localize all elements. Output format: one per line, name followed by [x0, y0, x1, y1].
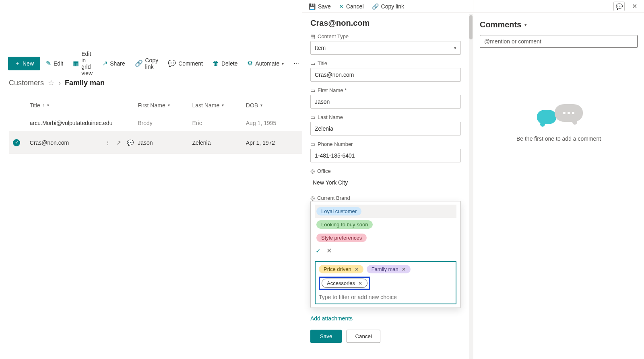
accept-icon[interactable]: ✓ [316, 247, 321, 254]
choice-filter-input[interactable] [319, 294, 452, 300]
new-button[interactable]: ＋ New [8, 57, 40, 70]
grid-icon: ▦ [73, 60, 79, 67]
choice-dropdown: Loyal customer Looking to buy soon Style… [310, 201, 461, 308]
grid-header: Title ↑ ▾ First Name▾ Last Name▾ DOB▾ [9, 96, 302, 114]
add-attachments-link[interactable]: Add attachments [310, 315, 461, 322]
close-icon: ✕ [339, 3, 344, 10]
remove-tag-icon[interactable]: ✕ [358, 281, 362, 286]
label-title: Title [318, 60, 327, 66]
save-button[interactable]: Save [310, 330, 342, 343]
comment-button[interactable]: 💬 Comment [164, 58, 207, 69]
choice-pill: Loyal customer [316, 207, 361, 215]
title-field[interactable]: Cras@non.com [310, 68, 461, 82]
panel-cancel-button[interactable]: ✕ Cancel [336, 2, 367, 11]
remove-tag-icon[interactable]: ✕ [402, 267, 406, 272]
content-type-select[interactable]: Item ▾ [310, 41, 461, 55]
text-icon: ▭ [310, 114, 315, 120]
chevron-down-icon: ▾ [47, 103, 49, 107]
first-name-field[interactable]: Jason [310, 95, 461, 109]
chevron-down-icon: ▾ [282, 62, 284, 66]
close-panel-icon[interactable]: ✕ [629, 2, 640, 11]
edit-button[interactable]: ✎ Edit [42, 58, 67, 69]
cell-dob: Aug 1, 1995 [246, 120, 302, 126]
bubble-icon [537, 110, 556, 124]
last-name-field[interactable]: Zelenia [310, 122, 461, 135]
row-selected-icon[interactable]: ✓ [13, 139, 20, 146]
copylink-button[interactable]: 🔗 Copy link [131, 55, 163, 72]
header-title[interactable]: Title ↑ ▾ [30, 102, 138, 109]
phone-field[interactable]: 1-481-185-6401 [310, 149, 461, 162]
header-first-name[interactable]: First Name▾ [138, 102, 192, 109]
new-label: New [23, 60, 34, 67]
bubble-icon [555, 104, 583, 122]
comment-input[interactable]: @mention or comment [480, 35, 638, 48]
detail-panel: 💾 Save ✕ Cancel 🔗 Copy link Cras@non.com… [302, 0, 473, 359]
label-phone: Phone Number [318, 141, 353, 147]
remove-tag-icon[interactable]: ✕ [355, 267, 359, 272]
scrollbar[interactable] [469, 14, 473, 359]
chevron-down-icon[interactable]: ▾ [524, 22, 527, 27]
label-current-brand: Current Brand [317, 195, 350, 201]
command-bar: ＋ New ✎ Edit ▦ Edit in grid view ↗ Share… [8, 48, 303, 79]
comments-panel: 💬 ✕ Comments ▾ @mention or comment Be th… [473, 0, 644, 359]
choice-pill: Style preferences [316, 234, 367, 242]
text-icon: ▭ [310, 60, 315, 66]
comments-empty-state: Be the first one to add a comment [480, 104, 638, 142]
header-last-name[interactable]: Last Name▾ [192, 102, 246, 109]
panel-title: Cras@non.com [310, 18, 461, 28]
choice-option[interactable]: Looking to buy soon [315, 218, 456, 231]
choice-option[interactable]: Loyal customer [315, 205, 456, 218]
panel-copylink-button[interactable]: 🔗 Copy link [369, 2, 408, 11]
cell-first: Jason [138, 139, 192, 146]
scrollbar-thumb[interactable] [469, 15, 473, 39]
plus-icon: ＋ [14, 60, 20, 67]
cell-first: Brody [138, 120, 192, 126]
comment-icon[interactable]: 💬 [127, 139, 134, 146]
chevron-down-icon: ▾ [222, 103, 224, 107]
cell-title: arcu.Morbi@vulputateduinec.edu [30, 120, 138, 126]
choice-option[interactable]: Style preferences [315, 231, 456, 244]
choice-icon: ◎ [310, 195, 315, 201]
save-icon: 💾 [309, 3, 316, 10]
choice-pill: Looking to buy soon [316, 220, 373, 229]
tag-accessories[interactable]: Accessories ✕ [322, 279, 367, 288]
delete-button[interactable]: 🗑 Delete [208, 58, 242, 69]
label-first-name: First Name * [318, 87, 347, 93]
text-icon: ▭ [310, 141, 315, 147]
automate-button[interactable]: ⚙ Automate ▾ [243, 58, 288, 69]
ellipsis-icon[interactable]: ⋮ [105, 139, 111, 146]
cell-last: Eric [192, 120, 246, 126]
table-row-selected[interactable]: ✓ Cras@non.com ⋮ ↗ 💬 Jason Zelenia Apr 1… [9, 132, 302, 154]
table-row[interactable]: arcu.Morbi@vulputateduinec.edu Brody Eri… [9, 114, 302, 132]
star-icon[interactable]: ☆ [48, 78, 54, 87]
office-field[interactable]: New York City [310, 176, 461, 189]
chevron-down-icon: ▾ [168, 103, 170, 107]
link-icon: 🔗 [372, 3, 379, 10]
choice-input[interactable]: Price driven ✕ Family man ✕ Accessories … [315, 261, 456, 304]
share-button[interactable]: ↗ Share [98, 58, 129, 69]
chevron-right-icon: › [58, 79, 61, 87]
comments-title: Comments ▾ [480, 20, 638, 29]
chevron-down-icon: ▾ [260, 103, 262, 107]
ellipsis-icon: ⋯ [293, 60, 299, 67]
overflow-button[interactable]: ⋯ [289, 58, 303, 69]
link-icon: 🔗 [135, 60, 143, 67]
cancel-button[interactable]: Cancel [347, 330, 380, 343]
highlighted-tag: Accessories ✕ [319, 277, 370, 290]
comment-toggle-icon[interactable]: 💬 [613, 2, 625, 11]
flow-icon: ⚙ [247, 60, 253, 67]
breadcrumb-root[interactable]: Customers [9, 79, 44, 87]
header-dob[interactable]: DOB▾ [246, 102, 302, 109]
tag-price-driven[interactable]: Price driven ✕ [319, 265, 363, 273]
label-content-type: Content Type [318, 33, 349, 39]
edit-grid-button[interactable]: ▦ Edit in grid view [69, 48, 97, 79]
sort-asc-icon: ↑ [43, 103, 45, 107]
content-type-icon: ▤ [310, 33, 315, 39]
cancel-icon[interactable]: ✕ [326, 247, 332, 254]
tag-family-man[interactable]: Family man ✕ [367, 265, 411, 273]
trash-icon: 🗑 [213, 60, 219, 67]
panel-save-button[interactable]: 💾 Save [305, 2, 334, 11]
label-office: Office [317, 168, 331, 174]
share-icon[interactable]: ↗ [116, 139, 121, 146]
list-grid: Title ↑ ▾ First Name▾ Last Name▾ DOB▾ ar… [9, 96, 302, 154]
